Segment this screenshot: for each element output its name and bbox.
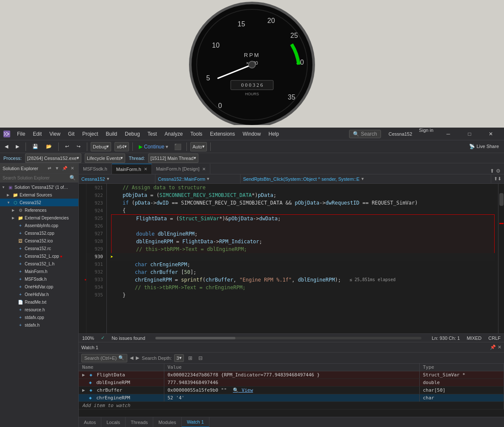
redo-button[interactable]: ↪: [74, 142, 83, 151]
tree-item-readme[interactable]: ▶ 📄 ReadMe.txt: [0, 298, 78, 306]
vs-logo: [3, 131, 10, 137]
menu-view[interactable]: View: [46, 129, 64, 139]
tree-item-stdafxh[interactable]: ▶ + stdafx.h: [0, 321, 78, 329]
tree-item-cessna152L[interactable]: ▶ + Cessna152_L.cpp ●: [0, 252, 78, 260]
tab-close-design-icon[interactable]: ✕: [202, 167, 206, 171]
expand-editor-icon[interactable]: ⬆: [490, 168, 494, 174]
sign-in-link[interactable]: Sign in: [415, 128, 437, 140]
live-share-button[interactable]: 📡 Live Share: [466, 144, 502, 149]
tab-modules[interactable]: Modules: [153, 417, 182, 427]
namespace-dropdown[interactable]: Cessna152::MainForm ▾: [155, 174, 241, 183]
search-depth-dropdown[interactable]: 3 ▾: [174, 354, 183, 362]
solution-explorer-search[interactable]: 🔍: [0, 174, 78, 182]
tab-threads[interactable]: Threads: [126, 417, 153, 427]
menu-debug[interactable]: Debug: [121, 129, 143, 139]
save-button[interactable]: 💾: [29, 142, 41, 151]
sync-icon[interactable]: ⇄: [46, 165, 53, 172]
watch-row-dblengine[interactable]: ◈ dblEngineRPM 777.94839468497446 double: [79, 379, 504, 387]
auto-dropdown[interactable]: Auto ▾: [190, 142, 207, 151]
tree-item-msfssdk[interactable]: ▶ + MSFSsdk.h: [0, 275, 78, 283]
tree-item-rc[interactable]: ▶ + Cessna152.rc: [0, 245, 78, 252]
collapse-icon[interactable]: ▼: [54, 165, 60, 172]
menu-analyze[interactable]: Analyze: [161, 129, 186, 139]
tab-mainformh[interactable]: MainForm.h ✕: [112, 164, 152, 174]
close-button[interactable]: ✕: [481, 128, 501, 140]
pin-icon[interactable]: 📌: [61, 165, 68, 172]
tab-mainform-design[interactable]: MainForm.h [Design] ✕: [152, 164, 210, 174]
menu-build[interactable]: Build: [103, 129, 121, 139]
tree-item-onehidvarh[interactable]: ▶ + OneHidVar.h: [0, 290, 78, 298]
undo-button[interactable]: ↩: [62, 142, 72, 151]
tree-item-onehidvar[interactable]: ▶ + OneHidVar.cpp: [0, 283, 78, 290]
continue-button[interactable]: ▶ Continue ▾: [136, 143, 171, 151]
onehidvar-label: OneHidVar.cpp: [25, 285, 53, 289]
tab-locals[interactable]: Locals: [101, 417, 126, 427]
minimize-button[interactable]: ─: [438, 128, 458, 140]
menu-window[interactable]: Window: [239, 129, 264, 139]
tree-item-references[interactable]: ▶ ⚙ References: [0, 206, 78, 214]
close-panel-icon[interactable]: ✕: [69, 165, 76, 172]
watch-filter-icon[interactable]: ⊞: [186, 355, 194, 361]
watch-close-icon[interactable]: ✕: [498, 344, 501, 350]
open-button[interactable]: 📂: [43, 142, 55, 151]
tree-item-mainform[interactable]: ▶ + MainForm.h: [0, 268, 78, 275]
menu-git[interactable]: Git: [65, 129, 78, 139]
scroll-indicator: [155, 337, 421, 339]
solution-explorer-search-input[interactable]: [3, 176, 69, 180]
expand-arrow-1[interactable]: ▶: [82, 372, 85, 378]
title-bar-search-box[interactable]: 🔍 Search: [349, 130, 381, 138]
file-icon-8: +: [17, 276, 24, 282]
watch-search[interactable]: Search (Ctrl+E) 🔍: [81, 354, 127, 362]
view-link[interactable]: 🔍 View: [233, 387, 253, 393]
menu-file[interactable]: File: [14, 129, 29, 139]
tab-msfssdk[interactable]: MSFSsdk.h: [79, 164, 112, 174]
lifecycle-dropdown[interactable]: Lifecycle Events ▾: [85, 154, 125, 163]
settings-icon[interactable]: ⚙: [496, 168, 501, 174]
menu-edit[interactable]: Edit: [29, 129, 45, 139]
method-dropdown[interactable]: SendRptsBtn_Click(System::Object ^ sende…: [241, 174, 491, 183]
watch-row-chrengine[interactable]: ◈ chrEngineRPM 52 '4' char: [79, 394, 504, 402]
watch-expand-icon[interactable]: ⊟: [197, 355, 204, 361]
tree-item-assemblyinfo[interactable]: ▶ + AssemblyInfo.cpp: [0, 222, 78, 229]
menu-help[interactable]: Help: [265, 129, 283, 139]
expand-arrow-3[interactable]: ▶: [82, 387, 85, 393]
class-dropdown[interactable]: Cessna152 ▾: [79, 174, 155, 183]
nav-back-icon[interactable]: ◀: [130, 355, 133, 361]
tree-item-cessna152cpp[interactable]: ▶ + Cessna152.cpp: [0, 229, 78, 237]
toolbar-separator-4: [132, 142, 133, 151]
debug-mode-dropdown[interactable]: Debug ▾: [91, 142, 111, 151]
watch-row-chrbuffer[interactable]: ▶ ◈ chrBuffer 0x00000055a15fe9b0 "" 🔍 Vi…: [79, 387, 504, 394]
tree-item-ext-deps[interactable]: ▶ 📁 External Dependencies: [0, 214, 78, 222]
menu-test[interactable]: Test: [144, 129, 160, 139]
code-content[interactable]: // Assign data to structure pObjData = (…: [107, 184, 498, 333]
scroll-thumb: [155, 337, 235, 339]
forward-button[interactable]: ▶: [13, 142, 22, 151]
watch-pin-icon[interactable]: 📌: [490, 344, 496, 350]
right-scrollbar[interactable]: [498, 184, 504, 333]
scrollbar-thumb[interactable]: [499, 193, 504, 206]
tree-item-ico[interactable]: ▶ 🖼 Cessna152.ico: [0, 237, 78, 245]
tab-watch1[interactable]: Watch 1: [182, 417, 209, 427]
nav-fwd-icon[interactable]: ▶: [136, 355, 139, 361]
tab-autos[interactable]: Autos: [79, 417, 101, 427]
menu-project[interactable]: Project: [79, 129, 101, 139]
watch-row-flightdata[interactable]: ▶ ◈ FlightData 0x00002234d7b867f8 {RPM_I…: [79, 371, 504, 379]
tree-item-cessna152Lh[interactable]: ▶ + Cessna152_L.h: [0, 260, 78, 268]
tree-item-stdafxcpp[interactable]: ▶ + stdafx.cpp: [0, 313, 78, 321]
menu-extensions[interactable]: Extensions: [206, 129, 238, 139]
tree-item-cessna152[interactable]: ▼ ⬡ Cessna152: [0, 199, 78, 206]
tree-item-resource[interactable]: ▶ + resource.h: [0, 306, 78, 313]
menu-tools[interactable]: Tools: [187, 129, 206, 139]
nav-split-icon[interactable]: ⬆⬇: [491, 176, 504, 182]
tree-item-solution[interactable]: ▼ ▣ Solution 'Cessna152' (1 of…: [0, 183, 78, 191]
process-dropdown[interactable]: [28264] Cessna152.exe ▾: [25, 154, 81, 163]
maximize-button[interactable]: □: [460, 128, 479, 140]
arch-dropdown[interactable]: x64 ▾: [115, 142, 129, 151]
tree-item-external-sources[interactable]: ▶ 📁 External Sources: [0, 191, 78, 199]
back-button[interactable]: ◀: [2, 142, 11, 151]
tab-close-icon[interactable]: ✕: [144, 167, 147, 171]
debug-stop-icon[interactable]: ⬛: [172, 143, 183, 150]
thread-dropdown[interactable]: [15112] Main Thread ▾: [148, 154, 198, 163]
add-item-row[interactable]: Add item to watch: [79, 402, 504, 410]
search-depth-label: Search Depth:: [142, 356, 172, 361]
